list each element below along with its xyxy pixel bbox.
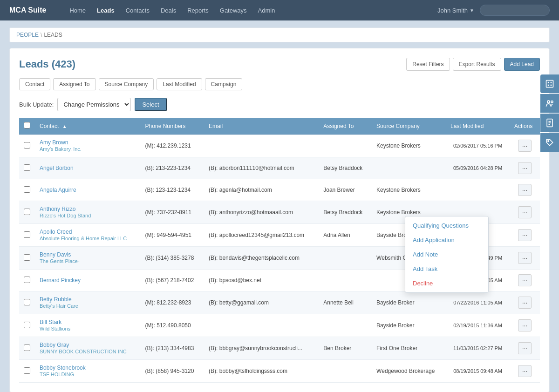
company-name-link[interactable]: Betty's Hair Care (40, 303, 78, 309)
nav-home[interactable]: Home (65, 5, 90, 16)
row-phone: (M): 512.490.8050 (141, 314, 204, 337)
th-assigned[interactable]: Assigned To (319, 118, 372, 135)
row-contact-cell: Angela Aguirre (35, 179, 141, 201)
nav-reports[interactable]: Reports (183, 5, 213, 16)
navbar: MCA Suite Home Leads Contacts Deals Repo… (0, 0, 559, 20)
select-all-checkbox[interactable] (24, 122, 30, 128)
contact-name-link[interactable]: Bobby Stonebrook (40, 365, 136, 371)
actions-menu-button[interactable]: ··· (518, 229, 532, 241)
th-modified[interactable]: Last Modified (446, 118, 510, 135)
page-title: Leads (423) (19, 58, 75, 70)
th-email[interactable]: Email (204, 118, 319, 135)
side-icons (540, 74, 559, 152)
company-name-link[interactable]: Wild Stallions (40, 326, 70, 331)
row-contact-cell: Bill Stark Wild Stallions (35, 314, 141, 337)
row-email: (B): anthonyrizzo@hotmaaail.com (204, 201, 319, 224)
row-checkbox[interactable] (24, 142, 30, 149)
actions-menu-button[interactable]: ··· (518, 297, 532, 309)
actions-menu-button[interactable]: ··· (518, 184, 532, 196)
actions-menu-button[interactable]: ··· (518, 274, 532, 286)
export-results-button[interactable]: Export Results (453, 58, 501, 71)
svg-point-6 (551, 101, 553, 103)
th-source[interactable]: Source Company (372, 118, 446, 135)
row-assigned (319, 247, 372, 270)
row-modified: 05/09/2016 04:28 PM (446, 157, 510, 179)
row-checkbox[interactable] (24, 322, 30, 328)
row-checkbox[interactable] (24, 164, 30, 171)
row-checkbox[interactable] (24, 186, 30, 193)
th-contact[interactable]: Contact ▲ (35, 118, 141, 135)
company-name-link[interactable]: TSF HOLDING (40, 372, 74, 377)
actions-menu-button[interactable]: ··· (518, 162, 532, 174)
contact-name-link[interactable]: Betty Rubble (40, 296, 136, 303)
filter-campaign[interactable]: Campaign (205, 78, 243, 90)
table-row: Angela Aguirre (B): 123-123-1234 (B): ag… (19, 179, 540, 201)
navbar-right: John Smith ▼ 🔍 (437, 5, 550, 16)
row-modified: 02/06/2017 05:16 PM (446, 135, 510, 157)
side-icon-document[interactable] (540, 114, 559, 132)
actions-menu-button[interactable]: ··· (518, 252, 532, 264)
actions-menu-button[interactable]: ··· (518, 140, 532, 152)
nav-contacts[interactable]: Contacts (121, 5, 154, 16)
side-icon-users[interactable] (540, 94, 559, 113)
row-phone: (B): (858) 945-3120 (141, 360, 204, 383)
context-decline[interactable]: Decline (405, 276, 488, 291)
filter-assigned-to[interactable]: Assigned To (53, 78, 95, 90)
row-email: (B): apollocreed12345@gmail213.com (204, 224, 319, 247)
actions-menu-button[interactable]: ··· (518, 206, 532, 218)
actions-menu-button[interactable]: ··· (518, 365, 532, 377)
th-phone[interactable]: Phone Numbers (141, 118, 204, 135)
filter-pills: Contact Assigned To Source Company Last … (19, 78, 540, 90)
contact-name-link[interactable]: Bobby Gray (40, 342, 136, 348)
company-name-link[interactable]: Absolute Flooring & Home Repair LLC (40, 236, 127, 241)
company-name-link[interactable]: Rizzo's Hot Dog Stand (40, 213, 91, 218)
svg-point-5 (547, 101, 550, 103)
contact-name-link[interactable]: Angela Aguirre (40, 187, 136, 193)
contact-name-link[interactable]: Amy Brown (40, 139, 136, 146)
filter-source-company[interactable]: Source Company (99, 78, 154, 90)
contact-name-link[interactable]: Benny Davis (40, 251, 136, 258)
nav-leads[interactable]: Leads (92, 5, 119, 16)
nav-deals[interactable]: Deals (156, 5, 181, 16)
actions-menu-button[interactable]: ··· (518, 319, 532, 331)
table-row: Amy Brown Amy's Bakery, Inc. (M): 412.23… (19, 135, 540, 157)
row-phone: (B): 213-223-1234 (141, 157, 204, 179)
side-icon-tag[interactable] (540, 133, 559, 152)
bulk-select-button[interactable]: Select (135, 98, 166, 111)
company-name-link[interactable]: SUNNY BOOK CONSTRUCTION INC (40, 349, 127, 354)
row-checkbox[interactable] (24, 231, 30, 238)
nav-gateways[interactable]: Gateways (215, 5, 252, 16)
row-checkbox[interactable] (24, 209, 30, 215)
contact-name-link[interactable]: Apollo Creed (40, 229, 136, 235)
row-checkbox[interactable] (24, 367, 30, 374)
context-add-application[interactable]: Add Application (405, 233, 488, 247)
row-phone: (B): 123-123-1234 (141, 179, 204, 201)
company-name-link[interactable]: The Gents Place- (40, 258, 80, 264)
nav-admin[interactable]: Admin (253, 5, 280, 16)
company-name-link[interactable]: Amy's Bakery, Inc. (40, 146, 82, 152)
filter-contact[interactable]: Contact (19, 78, 50, 90)
row-assigned (319, 135, 372, 157)
contact-name-link[interactable]: Bill Stark (40, 319, 136, 325)
row-checkbox[interactable] (24, 345, 30, 351)
contact-name-link[interactable]: Anthony Rizzo (40, 206, 136, 212)
filter-last-modified[interactable]: Last Modified (157, 78, 202, 90)
row-checkbox[interactable] (24, 277, 30, 283)
context-add-task[interactable]: Add Task (405, 262, 488, 276)
row-source (372, 157, 446, 179)
context-qualifying-questions[interactable]: Qualifying Questions (405, 218, 488, 233)
side-icon-building[interactable] (540, 74, 559, 93)
search-input[interactable] (480, 5, 550, 16)
row-checkbox[interactable] (24, 254, 30, 261)
bulk-update-select[interactable]: Change Permissions (57, 98, 131, 111)
add-lead-button[interactable]: Add Lead (504, 58, 540, 71)
nav-user[interactable]: John Smith ▼ (437, 7, 474, 14)
contact-name-link[interactable]: Bernard Pinckey (40, 277, 136, 284)
context-add-note[interactable]: Add Note (405, 247, 488, 262)
reset-filters-button[interactable]: Reset Filters (406, 58, 450, 71)
row-phone: (M): 812.232-8923 (141, 291, 204, 314)
breadcrumb-people[interactable]: PEOPLE (16, 32, 39, 38)
actions-menu-button[interactable]: ··· (518, 342, 532, 354)
contact-name-link[interactable]: Angel Borbon (40, 165, 136, 171)
row-checkbox[interactable] (24, 299, 30, 305)
